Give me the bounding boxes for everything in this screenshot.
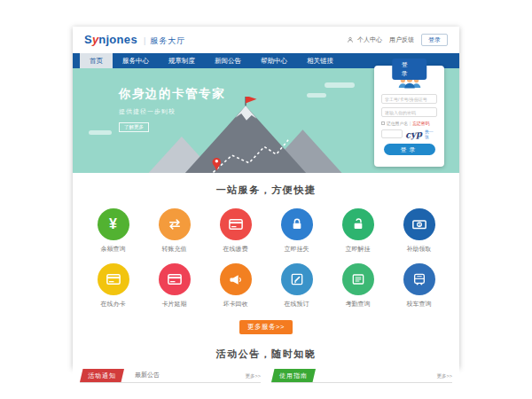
login-panel: 登录 记住用户名 | 忘记密码 cyp 换一张 登录: [374, 66, 444, 167]
unlock-icon: [342, 208, 374, 240]
bank-card-icon: [159, 263, 191, 295]
login-submit-button[interactable]: 登录: [384, 144, 435, 155]
service-item-unlock[interactable]: 立即解挂: [327, 208, 388, 254]
more-link-left[interactable]: 更多>>: [246, 373, 261, 382]
nav-item-service-center[interactable]: 服务中心: [113, 53, 159, 68]
hero-cta-button[interactable]: 了解更多: [119, 122, 149, 132]
bus-icon: [403, 263, 435, 295]
logo-divider: |: [144, 36, 145, 45]
service-label: 余额查询: [82, 245, 144, 254]
header-right: 个人中心 用户反馈 登录: [347, 34, 448, 46]
site-header: S y njones | 服务大厅 个人中心 用户反馈 登录: [73, 27, 459, 53]
services-grid: ¥ 余额查询 转账充值 在线缴费 立即挂失: [82, 208, 450, 309]
lock-icon: [281, 208, 313, 240]
captcha-image[interactable]: cyp: [405, 129, 423, 139]
tab-user-guide[interactable]: 使用指南: [271, 369, 316, 382]
logo-text: S: [84, 33, 92, 46]
list-icon: [342, 263, 374, 295]
service-item-transfer[interactable]: 转账充值: [144, 208, 205, 254]
transfer-icon: [159, 208, 191, 240]
site-name: 服务大厅: [150, 35, 185, 47]
login-tab[interactable]: 登录: [392, 59, 427, 80]
tab-activity-notice[interactable]: 活动通知: [80, 369, 124, 382]
header-link-user-feedback[interactable]: 用户反馈: [389, 35, 414, 44]
service-item-online-payment[interactable]: 在线缴费: [205, 208, 266, 254]
service-item-card-recycle[interactable]: 坏卡回收: [205, 263, 266, 309]
service-label: 在线办卡: [82, 300, 144, 309]
service-item-apply-card[interactable]: 在线办卡: [82, 263, 144, 309]
cloud-decoration: [89, 130, 112, 135]
nav-item-help-center[interactable]: 帮助中心: [251, 53, 297, 68]
bank-card-icon: [98, 263, 129, 295]
remember-label: 记住用户名: [387, 121, 408, 126]
services-title: 一站服务，方便快捷: [73, 184, 459, 197]
service-label: 立即解挂: [327, 245, 388, 254]
announcements-title: 活动公告，随时知晓: [73, 348, 459, 361]
announcement-tabs: 活动通知 最新公告 更多>> 使用指南 更多>>: [80, 369, 452, 383]
banknote-icon: $: [403, 208, 435, 240]
login-options-row: 记住用户名 | 忘记密码: [381, 121, 437, 126]
hero-subtitle: 提供捷径一步到校: [119, 107, 225, 116]
more-link-right[interactable]: 更多>>: [437, 373, 452, 382]
svg-text:$: $: [418, 223, 420, 227]
more-services-button[interactable]: 更多服务>>: [239, 320, 293, 334]
service-label: 在线缴费: [205, 245, 266, 254]
captcha-input[interactable]: [381, 129, 403, 138]
logo-accent: y: [92, 33, 98, 46]
edit-icon: [281, 263, 313, 295]
service-item-attendance[interactable]: 考勤查询: [327, 263, 388, 309]
service-item-balance[interactable]: ¥ 余额查询: [82, 208, 144, 254]
cloud-decoration: [325, 82, 355, 88]
service-item-online-booking[interactable]: 在线预订: [266, 263, 327, 309]
password-input[interactable]: [381, 107, 437, 117]
services-section: 一站服务，方便快捷 ¥ 余额查询 转账充值 在线缴费: [73, 173, 459, 334]
separator: |: [410, 121, 411, 126]
service-item-school-bus[interactable]: 校车查询: [388, 263, 450, 309]
nav-item-news[interactable]: 新闻公告: [205, 53, 251, 68]
hero-text: 你身边的卡管专家 提供捷径一步到校 了解更多: [119, 86, 225, 132]
service-label: 卡片延期: [144, 300, 205, 309]
header-link-personal-center[interactable]: 个人中心: [357, 35, 382, 44]
announcements-section: 活动公告，随时知晓 活动通知 最新公告 更多>> 使用指南 更多>>: [73, 334, 459, 383]
bank-card-icon: [220, 208, 252, 240]
captcha-row: cyp 换一张: [381, 129, 437, 139]
announcement-panel-right: 使用指南 更多>>: [271, 369, 452, 383]
megaphone-icon: [220, 263, 252, 295]
service-label: 校车查询: [388, 300, 450, 309]
captcha-refresh-link[interactable]: 换一张: [425, 129, 437, 139]
service-item-report-loss[interactable]: 立即挂失: [266, 208, 327, 254]
service-item-card-extension[interactable]: 卡片延期: [144, 263, 205, 309]
logo[interactable]: S y njones | 服务大厅: [84, 33, 185, 47]
service-label: 立即挂失: [266, 245, 327, 254]
service-label: 坏卡回收: [205, 300, 266, 309]
yen-icon: ¥: [98, 208, 129, 240]
service-label: 在线预订: [266, 300, 327, 309]
service-label: 考勤查询: [327, 300, 388, 309]
user-icon: [347, 36, 354, 43]
header-login-button[interactable]: 登录: [421, 34, 448, 46]
announcement-panel-left: 活动通知 最新公告 更多>>: [80, 369, 261, 383]
service-label: 补助领取: [388, 245, 450, 254]
site-container: S y njones | 服务大厅 个人中心 用户反馈 登录 首页 服务中心 规…: [73, 27, 459, 368]
forgot-password-link[interactable]: 忘记密码: [412, 121, 429, 126]
remember-checkbox[interactable]: [381, 121, 385, 125]
username-input[interactable]: [381, 94, 437, 104]
hero-title: 你身边的卡管专家: [119, 86, 225, 102]
nav-item-rules[interactable]: 规章制度: [159, 53, 205, 68]
nav-item-links[interactable]: 相关链接: [297, 53, 343, 68]
service-item-subsidy[interactable]: $ 补助领取: [388, 208, 450, 254]
service-label: 转账充值: [144, 245, 205, 254]
nav-item-home[interactable]: 首页: [80, 53, 113, 68]
tab-latest-announcements[interactable]: 最新公告: [135, 371, 160, 382]
logo-text-rest: njones: [98, 33, 137, 46]
page-canvas: S y njones | 服务大厅 个人中心 用户反馈 登录 首页 服务中心 规…: [0, 0, 532, 399]
